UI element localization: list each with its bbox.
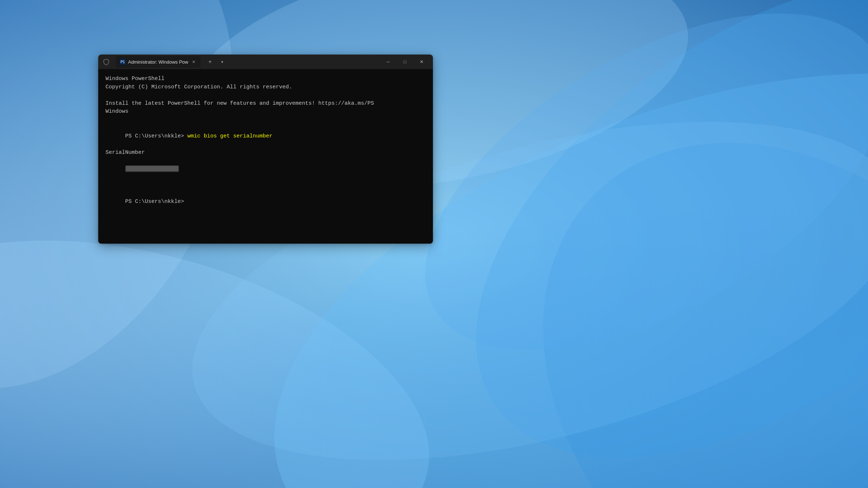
terminal-line-2: Copyright (C) Microsoft Corporation. All… [105,83,426,92]
terminal-window: PS Administrator: Windows Pow ✕ + ▾ ─ □ … [98,55,433,244]
active-tab[interactable]: PS Administrator: Windows Pow ✕ [116,56,200,68]
prompt-1: PS C:\Users\nkkle> [125,133,187,139]
maximize-button[interactable]: □ [397,56,413,68]
svg-point-8 [371,0,868,419]
titlebar: PS Administrator: Windows Pow ✕ + ▾ ─ □ … [98,55,433,69]
terminal-blank-3 [105,181,426,190]
terminal-line-8: SerialNumber [105,149,426,157]
svg-text:PS: PS [120,60,125,64]
terminal-content[interactable]: Windows PowerShell Copyright (C) Microso… [98,69,433,244]
new-tab-button[interactable]: + [205,57,215,67]
titlebar-left: PS Administrator: Windows Pow ✕ + ▾ [101,56,380,68]
powershell-icon: PS [119,59,126,65]
tab-close-button[interactable]: ✕ [190,59,197,65]
tab-dropdown-button[interactable]: ▾ [218,57,227,66]
svg-point-5 [440,40,868,488]
shield-icon [101,57,111,67]
terminal-line-4: Install the latest PowerShell for new fe… [105,100,426,108]
close-button[interactable]: ✕ [413,56,430,68]
tab-label: Administrator: Windows Pow [128,59,188,65]
terminal-blank-2 [105,116,426,124]
command-1: wmic bios get serialnumber [187,133,272,139]
terminal-blank-1 [105,91,426,100]
terminal-line-1: Windows PowerShell [105,75,426,83]
redacted-serial: ████████████████ [125,166,179,172]
terminal-line-11: PS C:\Users\nkkle> [105,189,426,214]
terminal-line-9: ████████████████ [105,157,426,181]
window-controls: ─ □ ✕ [380,56,430,68]
minimize-button[interactable]: ─ [380,56,397,68]
terminal-line-5: Windows [105,108,426,116]
svg-point-2 [391,0,868,488]
prompt-2: PS C:\Users\nkkle> [125,199,187,205]
terminal-line-7: PS C:\Users\nkkle> wmic bios get serialn… [105,124,426,149]
